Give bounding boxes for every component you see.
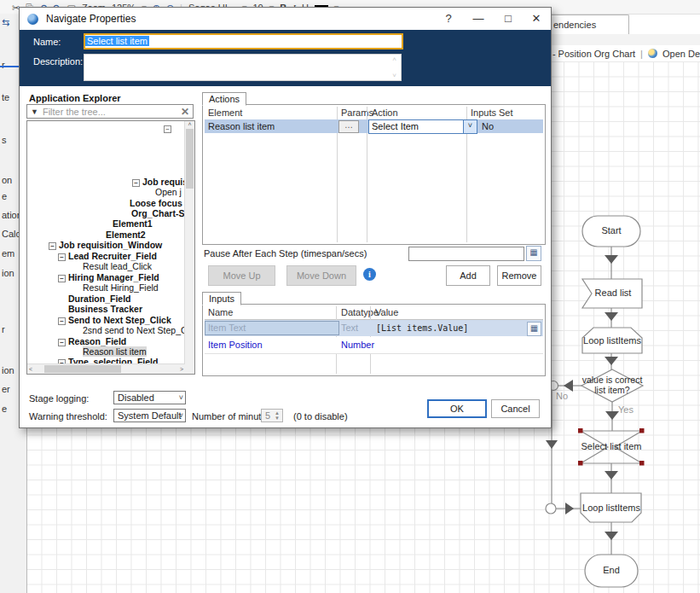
help-icon[interactable]: ?	[436, 8, 461, 29]
tab-dependencies[interactable]: endencies	[546, 15, 629, 34]
tree-item[interactable]: −Hiring Manager_Field	[58, 272, 159, 282]
input-name: Item Position	[208, 340, 263, 350]
input-row[interactable]: Item Position Number	[205, 337, 543, 354]
tree-filter-input[interactable]: ▼ Filter the tree... ✕	[26, 104, 194, 119]
close-icon[interactable]: ✕	[524, 8, 549, 29]
action-element: Reason list item	[205, 121, 275, 131]
collapse-icon[interactable]: −	[58, 253, 66, 261]
tree-item[interactable]: Element2	[106, 230, 146, 240]
collapse-icon[interactable]: −	[164, 125, 171, 133]
sidebar-fragment: r	[2, 324, 5, 334]
minutes-spinner[interactable]: 5 ▲ ▼	[261, 409, 283, 422]
tree-item[interactable]: −Job requisition_Window	[49, 240, 162, 250]
name-input[interactable]: Select list item	[84, 33, 403, 49]
tree-item[interactable]: −Lead Recruiter_Field	[58, 251, 157, 261]
sidebar-fragment: Calc	[2, 229, 20, 239]
info-icon[interactable]: i	[363, 268, 376, 281]
calculator-icon[interactable]: ▦	[527, 322, 541, 336]
move-down-button[interactable]: Move Down	[286, 265, 356, 286]
input-value[interactable]: [List items.Value]	[376, 323, 468, 333]
scroll-up-icon[interactable]: ˄	[392, 55, 396, 63]
spin-down-icon[interactable]: ▼	[273, 416, 281, 421]
tree-vertical-scrollbar[interactable]: ˄	[184, 121, 194, 374]
collapse-icon[interactable]: −	[58, 275, 66, 282]
input-datatype: Number	[341, 340, 374, 350]
pause-input[interactable]	[408, 247, 524, 261]
tree-item[interactable]: Result Hiring_Field	[83, 282, 159, 293]
tree-item[interactable]: Loose focus	[130, 198, 182, 208]
tree-item[interactable]: Open j	[155, 187, 182, 197]
ok-button[interactable]: OK	[427, 399, 487, 418]
remove-button[interactable]: Remove	[497, 265, 541, 286]
dialog-titlebar[interactable]: Navigate Properties ? — □ ✕	[20, 8, 551, 30]
scroll-up-icon[interactable]: ˄	[188, 121, 191, 127]
chevron-down-icon: ˅	[179, 410, 183, 422]
tree-item-selected[interactable]: Reason list item	[83, 346, 147, 357]
stage-logging-label: Stage logging:	[29, 393, 89, 404]
tree-item[interactable]: Element1	[113, 218, 153, 229]
filter-placeholder: Filter the tree...	[43, 107, 176, 117]
input-row-selected[interactable]: Item Text Text [List items.Value] ▦	[205, 320, 543, 336]
tree-item[interactable]: 2snd send to Next Step_Click	[83, 325, 195, 335]
panel-icon[interactable]: ⇆	[2, 17, 9, 28]
input-name: Item Text	[205, 321, 339, 335]
scrollbar-thumb[interactable]	[186, 129, 194, 189]
tree-item[interactable]: Result lead_Click	[83, 261, 152, 271]
warning-threshold-select[interactable]: System Default ˅	[113, 409, 186, 422]
action-select[interactable]: Select Item ˅	[368, 119, 477, 134]
description-input[interactable]: ˄ ˅	[84, 54, 402, 81]
sidebar-fragment: ion	[2, 365, 14, 375]
scrollbar-thumb[interactable]	[44, 365, 121, 373]
tab-inputs[interactable]: Inputs	[202, 292, 241, 305]
chevron-down-icon[interactable]: ˅	[463, 120, 477, 133]
collapse-icon[interactable]: −	[58, 339, 66, 346]
warning-threshold-label: Warning threshold:	[29, 411, 107, 421]
tree-item[interactable]: −Job requis	[132, 177, 188, 187]
input-datatype: Text	[341, 322, 358, 334]
scroll-down-icon[interactable]: ˅	[392, 72, 396, 79]
navigate-properties-dialog: Navigate Properties ? — □ ✕ Name: Select…	[19, 7, 552, 428]
dialog-header: Name: Select list item Description: ˄ ˅	[20, 30, 551, 86]
tree-horizontal-scrollbar[interactable]: ˂ ˃	[27, 363, 185, 374]
col-params: Params	[341, 107, 373, 119]
cancel-button[interactable]: Cancel	[491, 399, 540, 418]
tree-item[interactable]: −Reason_Field	[58, 336, 126, 346]
tree-item[interactable]: Duration_Field	[68, 294, 131, 304]
stage-logging-select[interactable]: Disabled ˅	[113, 391, 186, 404]
maximize-icon[interactable]: □	[495, 8, 521, 29]
collapse-icon[interactable]: −	[49, 242, 56, 250]
minimize-icon[interactable]: —	[466, 8, 491, 29]
action-row[interactable]: Reason list item … Select Item ˅ No	[205, 119, 543, 133]
tree-item[interactable]: −Send to Next Step_Click	[58, 315, 171, 325]
move-up-button[interactable]: Move Up	[208, 265, 275, 286]
disable-hint: (0 to disable)	[293, 411, 348, 421]
breadcrumb-separator: |	[640, 49, 643, 59]
collapse-icon[interactable]: −	[58, 317, 66, 325]
tab-actions[interactable]: Actions	[202, 92, 246, 106]
actions-group: Element Params Action Inputs Set Reason …	[202, 104, 546, 245]
minutes-label: Number of minutes	[192, 411, 271, 421]
open-dependencies-link[interactable]: Open De	[662, 49, 700, 59]
action-value: Select Item	[372, 120, 419, 132]
sidebar-fragment: er	[2, 384, 10, 394]
actions-table-header: Element Params Action Inputs Set	[205, 107, 543, 120]
application-explorer-title: Application Explorer	[29, 93, 121, 103]
pause-label: Pause After Each Step (timespan/secs)	[204, 248, 367, 259]
scroll-right-icon[interactable]: ˃	[180, 366, 183, 372]
add-button[interactable]: Add	[446, 265, 490, 286]
dialog-title: Navigate Properties	[46, 13, 136, 25]
decision-label: value is correct list item?	[576, 375, 648, 395]
sidebar-fragment: e	[2, 191, 7, 201]
clear-filter-icon[interactable]: ✕	[181, 106, 189, 118]
tree-collapse-box[interactable]: −	[164, 123, 174, 133]
tree-item[interactable]: Business Tracker	[68, 304, 142, 314]
collapse-icon[interactable]: −	[132, 179, 140, 187]
scroll-left-icon[interactable]: ˂	[29, 366, 32, 372]
params-button[interactable]: …	[338, 120, 359, 133]
stage-logging-value: Disabled	[118, 392, 154, 403]
calculator-icon[interactable]: ▦	[526, 246, 541, 261]
loop-end-label: Loop listItems	[579, 503, 644, 513]
description-scrollbar[interactable]: ˄ ˅	[389, 55, 400, 80]
application-explorer-tree[interactable]: − −Job requis Open j Loose focus Org_Cha…	[26, 120, 195, 375]
open-dependencies-icon[interactable]	[648, 49, 657, 58]
